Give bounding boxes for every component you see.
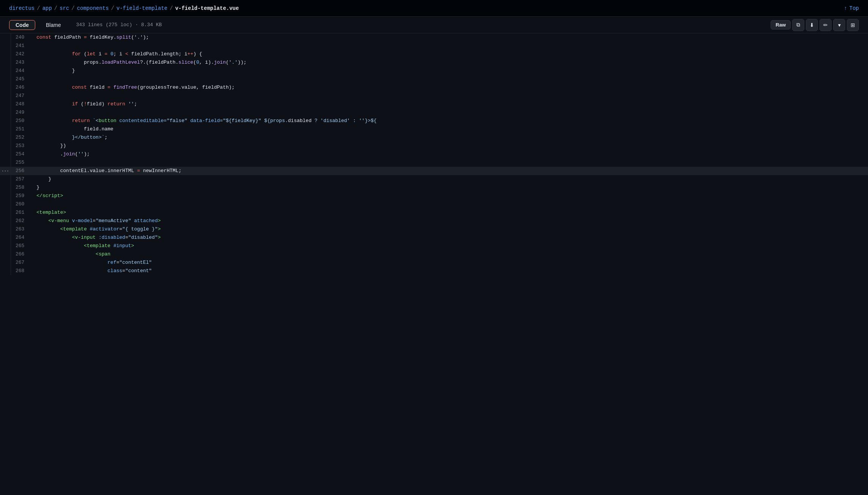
copy-button[interactable]: ⧉ bbox=[792, 19, 804, 31]
line-num[interactable]: 247 bbox=[11, 92, 30, 100]
line-code bbox=[30, 75, 868, 83]
table-row: 257 } bbox=[0, 175, 868, 183]
line-code: </script> bbox=[30, 192, 868, 200]
line-indicator bbox=[0, 233, 11, 242]
table-row: 265 <template #input> bbox=[0, 242, 868, 250]
line-indicator bbox=[0, 250, 11, 258]
line-code bbox=[30, 42, 868, 50]
line-indicator bbox=[0, 150, 11, 158]
table-row: 246 const field = findTree(grouplessTree… bbox=[0, 83, 868, 92]
line-num[interactable]: 242 bbox=[11, 50, 30, 58]
line-num[interactable]: 245 bbox=[11, 75, 30, 83]
line-code bbox=[30, 108, 868, 117]
line-num[interactable]: 243 bbox=[11, 58, 30, 67]
raw-button[interactable]: Raw bbox=[771, 20, 791, 30]
line-code: contentEl.value.innerHTML = newInnerHTML… bbox=[30, 167, 868, 175]
path-components[interactable]: components bbox=[77, 5, 109, 11]
path-v-field-template[interactable]: v-field-template bbox=[116, 5, 167, 11]
line-code: <template> bbox=[30, 208, 868, 217]
line-num[interactable]: 246 bbox=[11, 83, 30, 92]
line-indicator bbox=[0, 208, 11, 217]
table-row: 245 bbox=[0, 75, 868, 83]
line-code: } bbox=[30, 175, 868, 183]
line-code bbox=[30, 158, 868, 167]
line-indicator bbox=[0, 33, 11, 42]
table-row: 261 <template> bbox=[0, 208, 868, 217]
path-app[interactable]: app bbox=[42, 5, 52, 11]
line-num[interactable]: 263 bbox=[11, 225, 30, 233]
line-indicator bbox=[0, 117, 11, 125]
line-num[interactable]: 240 bbox=[11, 33, 30, 42]
table-row: 254 .join(''); bbox=[0, 150, 868, 158]
code-tab[interactable]: Code bbox=[9, 20, 35, 30]
line-code: const fieldPath = fieldKey.split('.'); bbox=[30, 33, 868, 42]
symbol-button[interactable]: ⊞ bbox=[847, 19, 859, 31]
table-row: 263 <template #activator="{ toggle }"> bbox=[0, 225, 868, 233]
line-indicator bbox=[0, 258, 11, 267]
edit-button[interactable]: ✏ bbox=[819, 19, 832, 31]
line-num[interactable]: 248 bbox=[11, 100, 30, 108]
path-src[interactable]: src bbox=[60, 5, 69, 11]
code-table: 240 const fieldPath = fieldKey.split('.'… bbox=[0, 33, 868, 275]
line-indicator bbox=[0, 267, 11, 275]
line-code: ref="contentEl" bbox=[30, 258, 868, 267]
line-indicator bbox=[0, 50, 11, 58]
line-indicator bbox=[0, 133, 11, 142]
line-num[interactable]: 255 bbox=[11, 158, 30, 167]
top-link[interactable]: ↑ Top bbox=[844, 5, 859, 11]
line-code: for (let i = 0; i < fieldPath.length; i+… bbox=[30, 50, 868, 58]
line-indicator bbox=[0, 67, 11, 75]
line-num[interactable]: 251 bbox=[11, 125, 30, 133]
line-code: return `<button contenteditable="false" … bbox=[30, 117, 868, 125]
line-num[interactable]: 241 bbox=[11, 42, 30, 50]
table-row: 260 bbox=[0, 200, 868, 208]
line-num[interactable]: 262 bbox=[11, 217, 30, 225]
line-num[interactable]: 249 bbox=[11, 108, 30, 117]
line-indicator bbox=[0, 183, 11, 192]
line-num[interactable]: 258 bbox=[11, 183, 30, 192]
line-code: <v-menu v-model="menuActive" attached> bbox=[30, 217, 868, 225]
line-num[interactable]: 259 bbox=[11, 192, 30, 200]
line-num[interactable]: 252 bbox=[11, 133, 30, 142]
download-button[interactable]: ⬇ bbox=[806, 19, 818, 31]
line-num[interactable]: 261 bbox=[11, 208, 30, 217]
line-num[interactable]: 268 bbox=[11, 267, 30, 275]
line-indicator bbox=[0, 242, 11, 250]
line-code: <span bbox=[30, 250, 868, 258]
line-code bbox=[30, 200, 868, 208]
top-bar: directus / app / src / components / v-fi… bbox=[0, 0, 868, 17]
line-num[interactable]: 256 bbox=[11, 167, 30, 175]
table-row: 268 class="content" bbox=[0, 267, 868, 275]
line-num[interactable]: 260 bbox=[11, 200, 30, 208]
line-indicator bbox=[0, 200, 11, 208]
line-num[interactable]: 257 bbox=[11, 175, 30, 183]
sep5: / bbox=[170, 5, 173, 11]
line-num[interactable]: 253 bbox=[11, 142, 30, 150]
line-num[interactable]: 254 bbox=[11, 150, 30, 158]
line-indicator bbox=[0, 142, 11, 150]
blame-tab[interactable]: Blame bbox=[40, 20, 67, 30]
line-num[interactable]: 267 bbox=[11, 258, 30, 267]
line-num[interactable]: 250 bbox=[11, 117, 30, 125]
table-row: 244 } bbox=[0, 67, 868, 75]
table-row: 258 } bbox=[0, 183, 868, 192]
line-code: if (!field) return ''; bbox=[30, 100, 868, 108]
line-code: <template #activator="{ toggle }"> bbox=[30, 225, 868, 233]
table-row: 250 return `<button contenteditable="fal… bbox=[0, 117, 868, 125]
line-num[interactable]: 264 bbox=[11, 233, 30, 242]
line-num[interactable]: 265 bbox=[11, 242, 30, 250]
more-button[interactable]: ▾ bbox=[833, 19, 845, 31]
line-code: <template #input> bbox=[30, 242, 868, 250]
table-row: 241 bbox=[0, 42, 868, 50]
line-indicator: ··· bbox=[0, 167, 11, 175]
line-code: }</button>`; bbox=[30, 133, 868, 142]
brand-link[interactable]: directus bbox=[9, 5, 34, 11]
line-code: const field = findTree(grouplessTree.val… bbox=[30, 83, 868, 92]
table-row: 248 if (!field) return ''; bbox=[0, 100, 868, 108]
line-num[interactable]: 244 bbox=[11, 67, 30, 75]
top-label: Top bbox=[849, 5, 859, 11]
line-code: props.loadPathLevel?.(fieldPath.slice(0,… bbox=[30, 58, 868, 67]
line-num[interactable]: 266 bbox=[11, 250, 30, 258]
table-row: ··· 256 contentEl.value.innerHTML = newI… bbox=[0, 167, 868, 175]
table-row: 259 </script> bbox=[0, 192, 868, 200]
